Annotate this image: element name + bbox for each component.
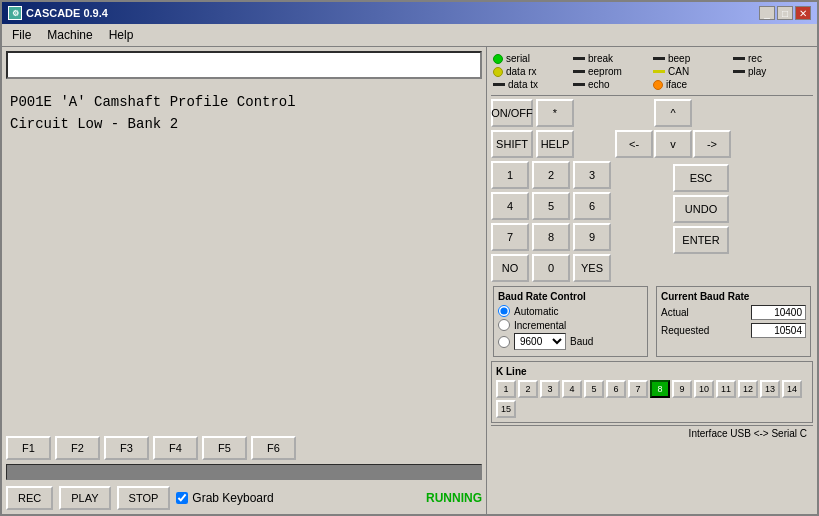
indicator-iface: iface	[653, 79, 731, 90]
left-panel: P001E 'A' Camshaft Profile Control Circu…	[2, 47, 487, 514]
nav-cluster: ^ <- v ->	[615, 99, 729, 158]
minimize-button[interactable]: _	[759, 6, 775, 20]
baud-label: Baud	[570, 336, 593, 347]
kline-btn-3[interactable]: 3	[540, 380, 560, 398]
kline-btn-15[interactable]: 15	[496, 400, 516, 418]
keypad-row-456: 4 5 6	[491, 192, 611, 220]
help-button[interactable]: HELP	[536, 130, 574, 158]
status-badge: RUNNING	[426, 491, 482, 505]
key-4[interactable]: 4	[491, 192, 529, 220]
enter-button[interactable]: ENTER	[673, 226, 729, 254]
bottom-panel: F1 F2 F3 F4 F5 F6 REC PLAY STOP Grab Key…	[2, 432, 486, 514]
f3-button[interactable]: F3	[104, 436, 149, 460]
kline-btn-12[interactable]: 12	[738, 380, 758, 398]
baud-select[interactable]: 9600 4800 19200	[514, 333, 566, 350]
label-break: break	[588, 53, 613, 64]
maximize-button[interactable]: □	[777, 6, 793, 20]
indicator-rec: rec	[733, 53, 811, 64]
key-0[interactable]: 0	[532, 254, 570, 282]
keypad-area: ON/OFF * SHIFT HELP 1 2 3 4 5	[491, 99, 813, 282]
menu-bar: File Machine Help	[2, 24, 817, 47]
radio-automatic-input[interactable]	[498, 305, 510, 317]
requested-field: Requested 10504	[661, 323, 806, 338]
keypad-row-789: 7 8 9	[491, 223, 611, 251]
kline-btn-4[interactable]: 4	[562, 380, 582, 398]
f6-button[interactable]: F6	[251, 436, 296, 460]
radio-incremental-input[interactable]	[498, 319, 510, 331]
f4-button[interactable]: F4	[153, 436, 198, 460]
keypad-row-no0yes: NO 0 YES	[491, 254, 611, 282]
esc-button[interactable]: ESC	[673, 164, 729, 192]
kline-btn-2[interactable]: 2	[518, 380, 538, 398]
nav-placeholder	[615, 99, 651, 127]
text-display	[6, 51, 482, 79]
kline-btn-14[interactable]: 14	[782, 380, 802, 398]
onoff-button[interactable]: ON/OFF	[491, 99, 533, 127]
kline-btn-7[interactable]: 7	[628, 380, 648, 398]
led-beep	[653, 57, 665, 60]
requested-label: Requested	[661, 325, 709, 336]
star-button[interactable]: *	[536, 99, 574, 127]
f2-button[interactable]: F2	[55, 436, 100, 460]
radio-9600-input[interactable]	[498, 336, 510, 348]
kline-btn-1[interactable]: 1	[496, 380, 516, 398]
label-echo: echo	[588, 79, 610, 90]
led-can	[653, 70, 665, 73]
baud-control-title: Baud Rate Control	[498, 291, 643, 302]
play-button[interactable]: PLAY	[59, 486, 110, 510]
kline-btn-13[interactable]: 13	[760, 380, 780, 398]
label-can: CAN	[668, 66, 689, 77]
radio-incremental: Incremental	[498, 319, 643, 331]
key-9[interactable]: 9	[573, 223, 611, 251]
baud-current: Current Baud Rate Actual 10400 Requested…	[656, 286, 811, 357]
kline-btn-9[interactable]: 9	[672, 380, 692, 398]
indicator-echo: echo	[573, 79, 651, 90]
key-8[interactable]: 8	[532, 223, 570, 251]
menu-machine[interactable]: Machine	[41, 26, 98, 44]
radio-automatic: Automatic	[498, 305, 643, 317]
main-window: ⚙ CASCADE 0.9.4 _ □ ✕ File Machine Help …	[0, 0, 819, 516]
nav-down[interactable]: v	[654, 130, 692, 158]
kline-btn-11[interactable]: 11	[716, 380, 736, 398]
title-controls: _ □ ✕	[759, 6, 811, 20]
kline-btn-8[interactable]: 8	[650, 380, 670, 398]
nav-right[interactable]: ->	[693, 130, 731, 158]
stop-button[interactable]: STOP	[117, 486, 171, 510]
key-1[interactable]: 1	[491, 161, 529, 189]
shift-button[interactable]: SHIFT	[491, 130, 533, 158]
main-text-line1: P001E 'A' Camshaft Profile Control	[10, 91, 478, 113]
nav-left[interactable]: <-	[615, 130, 653, 158]
keypad-left: ON/OFF * SHIFT HELP 1 2 3 4 5	[491, 99, 611, 282]
key-3[interactable]: 3	[573, 161, 611, 189]
led-datarx	[493, 67, 503, 77]
kline-btn-5[interactable]: 5	[584, 380, 604, 398]
label-iface: iface	[666, 79, 687, 90]
label-rec: rec	[748, 53, 762, 64]
kline-btn-6[interactable]: 6	[606, 380, 626, 398]
key-2[interactable]: 2	[532, 161, 570, 189]
kline-btn-10[interactable]: 10	[694, 380, 714, 398]
label-datatx: data tx	[508, 79, 538, 90]
key-6[interactable]: 6	[573, 192, 611, 220]
key-7[interactable]: 7	[491, 223, 529, 251]
menu-file[interactable]: File	[6, 26, 37, 44]
close-button[interactable]: ✕	[795, 6, 811, 20]
f5-button[interactable]: F5	[202, 436, 247, 460]
title-bar: ⚙ CASCADE 0.9.4 _ □ ✕	[2, 2, 817, 24]
undo-button[interactable]: UNDO	[673, 195, 729, 223]
nav-up[interactable]: ^	[654, 99, 692, 127]
menu-help[interactable]: Help	[103, 26, 140, 44]
key-5[interactable]: 5	[532, 192, 570, 220]
grab-keyboard-label: Grab Keyboard	[192, 491, 273, 505]
grab-keyboard-checkbox[interactable]	[176, 492, 188, 504]
f1-button[interactable]: F1	[6, 436, 51, 460]
key-no[interactable]: NO	[491, 254, 529, 282]
led-serial	[493, 54, 503, 64]
baud-control: Baud Rate Control Automatic Incremental …	[493, 286, 648, 357]
key-yes[interactable]: YES	[573, 254, 611, 282]
label-beep: beep	[668, 53, 690, 64]
label-serial: serial	[506, 53, 530, 64]
led-play	[733, 70, 745, 73]
right-panel: serial break beep rec data rx	[487, 47, 817, 514]
rec-button[interactable]: REC	[6, 486, 53, 510]
